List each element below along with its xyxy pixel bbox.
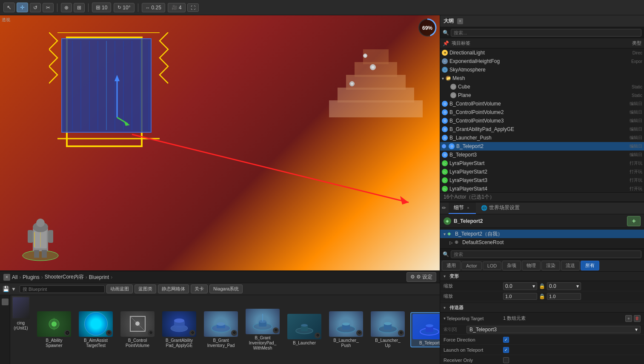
- svg-point-26: [33, 222, 48, 232]
- outliner-item-lps2[interactable]: ▷ LyraPlayerStart2 打开玩: [440, 168, 644, 176]
- divider2: [88, 3, 89, 12]
- outliner-item-mesh-folder[interactable]: ▾ 📁 Mesh: [440, 74, 644, 82]
- outliner-item-teleport3[interactable]: ⚙ B_Teleport3 编辑日: [440, 151, 644, 159]
- asset-item-launcher-push[interactable]: ⚙ B_Launcher_Push: [327, 310, 365, 349]
- outliner-close-btn[interactable]: ×: [457, 18, 463, 24]
- content-browser-settings-btn[interactable]: ⚙ ⚙ 设定: [406, 272, 436, 282]
- asset-item-controlpoint[interactable]: ⚙ B_ControlPointVolume: [118, 310, 157, 349]
- outliner-search-input[interactable]: [451, 29, 641, 37]
- array-add-btn[interactable]: ＋: [625, 315, 632, 322]
- grid-size-btn[interactable]: ⊞ 10: [92, 3, 111, 12]
- launch-on-teleport-checkbox[interactable]: [503, 347, 509, 353]
- tab-world-settings-label: 世界场景设置: [489, 204, 520, 211]
- cursor-tool[interactable]: ↖: [3, 3, 15, 12]
- details-add-component-btn[interactable]: ＋: [627, 216, 641, 226]
- filter-tab-actor[interactable]: Actor: [461, 262, 482, 270]
- asset-item-extra[interactable]: cing(rUnit1): [10, 295, 31, 364]
- filter-animation-btn[interactable]: 动画蓝图: [106, 284, 133, 293]
- tab-details[interactable]: 细节 ×: [449, 202, 476, 214]
- outliner-item-lps3[interactable]: ▷ LyraPlayerStart3 打开玩: [440, 176, 644, 185]
- transmitter-section-header[interactable]: ▾ 传送器: [440, 303, 644, 313]
- outliner-item-cpv2[interactable]: ⚙ B_ControlPointVolume2 编辑日: [440, 108, 644, 117]
- grid-tool[interactable]: ⊞: [74, 3, 85, 12]
- transform-section-header[interactable]: ▾ 变形: [440, 272, 644, 281]
- move-tool[interactable]: ✛: [17, 3, 28, 12]
- filter-tab-physics[interactable]: 物理: [522, 261, 541, 270]
- asset-item-launcher-up[interactable]: ⚙ B_Launcher_Up: [369, 310, 407, 349]
- asset-thumb-grantinventory: ⚙: [204, 311, 238, 337]
- content-browser-search-input[interactable]: [20, 285, 105, 293]
- force-direction-checkbox[interactable]: [503, 337, 509, 343]
- cb-sidebar-icon[interactable]: [2, 299, 9, 305]
- filter-icon-btn[interactable]: ▼: [11, 286, 16, 292]
- filter-tab-misc[interactable]: 杂项: [502, 261, 521, 270]
- breadcrumb-blueprint[interactable]: Blueprint: [89, 274, 109, 280]
- camera-btn[interactable]: 🎥 4: [168, 3, 186, 12]
- details-row-launch-on-teleport: Launch on Teleport: [440, 345, 644, 355]
- outliner-item-grantability[interactable]: ⚙ B_GrantAbilityPad_ApplyGE 编辑日: [440, 125, 644, 134]
- viewport[interactable]: 69% 透视: [0, 15, 440, 270]
- globe-tool[interactable]: ⊕: [61, 3, 72, 12]
- outliner-item-sky[interactable]: ◯ SkyAtmosphere: [440, 65, 644, 74]
- outliner-item-cube[interactable]: □ Cube Static: [440, 82, 644, 91]
- details-search-input[interactable]: [451, 250, 641, 258]
- filter-level-btn[interactable]: 关卡: [191, 284, 208, 293]
- filter-niagara-btn[interactable]: Niagara系统: [209, 284, 243, 293]
- comp-item-root[interactable]: ▷ ⊕ DefaultSceneRoot: [440, 238, 644, 247]
- outliner-item-launcher-push[interactable]: ⚙ B_Launcher_Push 编辑日: [440, 134, 644, 142]
- content-browser-close-btn[interactable]: ×: [3, 274, 10, 281]
- cpv1-icon: ⚙: [442, 101, 448, 107]
- outliner-item-cpv3[interactable]: ⚙ B_ControlPointVolume3 编辑日: [440, 117, 644, 125]
- array-delete-btn[interactable]: 🗑: [634, 315, 641, 322]
- outliner-item-fog[interactable]: ≈ ExponentialHeightFog Expor: [440, 57, 644, 65]
- asset-item-teleport[interactable]: ⚙ B_Teleport: [410, 312, 440, 347]
- receiver-only-checkbox[interactable]: [503, 357, 509, 363]
- gear-icon: ⚙: [410, 274, 415, 280]
- outliner-item-directionallight[interactable]: ☀ DirectionalLight Direc: [440, 48, 644, 57]
- asset-item-launcher[interactable]: ⚙ B_Launcher: [285, 313, 323, 347]
- asset-item-grantinventory[interactable]: ⚙ B_GrantInventory_Pad: [202, 310, 240, 349]
- tab-details-close[interactable]: ×: [466, 205, 471, 210]
- refresh-tool[interactable]: ↺: [30, 3, 41, 12]
- background-steps: [329, 41, 423, 117]
- outliner-item-teleport2[interactable]: ⚙ B_Teleport2 编辑日: [440, 142, 644, 151]
- outliner-item-lps1[interactable]: ▷ LyraPlayerStart 打开玩: [440, 159, 644, 168]
- cut-tool[interactable]: ✂: [43, 3, 54, 12]
- filter-tab-all[interactable]: 所有: [581, 261, 599, 270]
- scale1-y-input[interactable]: 0.0▾: [547, 282, 581, 290]
- filter-tab-render[interactable]: 渲染: [541, 261, 560, 270]
- asset-item-aimassist[interactable]: ⚙ B_AimAssistTargetTest: [77, 310, 115, 349]
- filter-tab-common[interactable]: 通用: [442, 261, 461, 270]
- outliner-item-plane[interactable]: □ Plane Static: [440, 91, 644, 100]
- breadcrumb-all[interactable]: All: [12, 274, 17, 280]
- filter-tab-lod[interactable]: LOD: [483, 262, 502, 270]
- inventory-pad-icon: [209, 312, 233, 336]
- launch-on-teleport-label: Launch on Teleport: [444, 347, 503, 353]
- scale2-y-input[interactable]: [547, 293, 581, 300]
- breadcrumb-plugins[interactable]: Plugins: [23, 274, 39, 280]
- maximize-btn[interactable]: ⛶: [187, 3, 199, 12]
- asset-item-grantability[interactable]: ⚙ B_GrantAbilityPad_ApplyGE: [160, 310, 198, 349]
- outliner-item-cpv1[interactable]: ⚙ B_ControlPointVolume 编辑日: [440, 100, 644, 108]
- filter-tab-streaming[interactable]: 流送: [561, 261, 580, 270]
- filter-blueprint-btn[interactable]: 蓝图类: [135, 284, 156, 293]
- outliner-item-lps4[interactable]: ▷ LyraPlayerStart4 打开玩: [440, 185, 644, 192]
- column-name-label: 项目标签: [452, 40, 615, 46]
- scale2-x-input[interactable]: [503, 293, 537, 300]
- breadcrumb-shootercore[interactable]: ShooterCore内容: [45, 273, 84, 281]
- filter-staticmesh-btn[interactable]: 静态网格体: [158, 284, 189, 293]
- save-icon-btn[interactable]: 💾: [3, 286, 9, 292]
- lock-icon-scale: 🔒: [539, 283, 545, 289]
- launch-on-teleport-value: [503, 347, 641, 353]
- comp-item-self[interactable]: ▾ ◈ B_Teleport2（自我）: [440, 230, 644, 238]
- tab-world-settings[interactable]: 🌐 世界场景设置: [476, 202, 525, 214]
- asset-item-grantinventory-mesh[interactable]: ⚙ B_GrantInventoryPad_WithMesh: [243, 308, 282, 352]
- asset-item-ability-spawner[interactable]: ⚙ B_AbilitySpawner: [35, 310, 73, 349]
- inventory-mesh-icon: [251, 310, 275, 333]
- scale1-x-input[interactable]: 0.0▾: [503, 282, 537, 290]
- rotate-btn[interactable]: ↻ 10°: [114, 3, 134, 12]
- scale-btn[interactable]: ↔ 0.25: [142, 3, 165, 12]
- progress-ring-svg: 69%: [417, 17, 438, 38]
- move-icon: ✛: [20, 4, 25, 11]
- array-value-teleport3[interactable]: B_Teleport3 ▾: [467, 326, 641, 333]
